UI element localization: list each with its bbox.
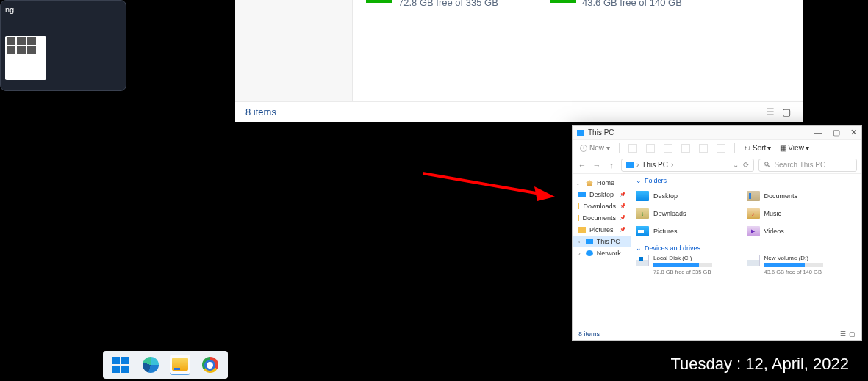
chevron-right-icon: ›: [671, 161, 673, 169]
sidebar-item-downloads[interactable]: Downloads 📌: [573, 200, 631, 212]
folder-pictures[interactable]: Pictures: [636, 222, 747, 240]
sidebar-item-network[interactable]: › Network: [573, 247, 631, 259]
taskbar-edge[interactable]: [140, 355, 161, 375]
chevron-right-icon: ›: [578, 239, 581, 245]
toolbar: + New ▾ ↑↓ Sort ▾ ▦ View ▾ ⋯: [573, 140, 861, 156]
sidebar-item-label: This PC: [597, 238, 620, 245]
sidebar: ⌄ Home Desktop 📌 Downloads 📌 Documents 📌: [573, 174, 631, 327]
pictures-icon: [636, 226, 649, 236]
taskview-preview: [5, 36, 46, 80]
address-bar-row: ← → ↑ › This PC › ⌄ ⟳ 🔍︎ Search This PC: [573, 156, 861, 174]
folder-music[interactable]: Music: [747, 205, 858, 222]
edge-icon: [143, 357, 159, 373]
drive-icon: [747, 255, 760, 266]
drive-icon: [366, 0, 392, 3]
music-icon: [747, 208, 760, 219]
group-header-drives[interactable]: ⌄ Devices and drives: [636, 244, 857, 252]
drive-free-text: 72.8 GB free of 335 GB: [653, 269, 712, 275]
plus-icon: +: [580, 145, 587, 152]
window-close-button[interactable]: ✕: [850, 128, 857, 137]
window-minimize-button[interactable]: —: [814, 128, 822, 137]
copy-icon[interactable]: [646, 144, 655, 153]
drive-item[interactable]: 43.6 GB free of 140 GB: [550, 0, 685, 8]
search-input[interactable]: 🔍︎ Search This PC: [758, 159, 857, 172]
chevron-down-icon: ⌄: [636, 177, 642, 184]
explorer-window-large: 72.8 GB free of 335 GB 43.6 GB free of 1…: [235, 0, 803, 122]
explorer-window: This PC — ▢ ✕ + New ▾ ↑↓ Sort ▾ ▦ View ▾…: [572, 125, 862, 341]
chevron-down-icon[interactable]: ⌄: [733, 161, 739, 169]
taskbar-chrome[interactable]: [200, 355, 220, 375]
address-bar[interactable]: › This PC › ⌄ ⟳: [621, 159, 754, 172]
nav-back-button[interactable]: ←: [577, 161, 587, 170]
chevron-right-icon: ›: [636, 161, 639, 169]
chevron-down-icon: ▾: [606, 144, 610, 152]
sidebar-item-label: Documents: [582, 214, 616, 222]
this-pc-icon: [586, 239, 593, 244]
sidebar-item-home[interactable]: ⌄ Home: [573, 177, 631, 189]
chevron-down-icon: ⌄: [636, 244, 642, 252]
view-large-toggle[interactable]: ▢: [849, 330, 856, 338]
svg-line-0: [423, 173, 540, 194]
more-button[interactable]: ⋯: [818, 144, 825, 152]
nav-up-button[interactable]: ↑: [606, 161, 617, 170]
folder-videos[interactable]: Videos: [747, 222, 858, 240]
share-icon[interactable]: [699, 144, 708, 153]
refresh-icon[interactable]: ⟳: [743, 161, 749, 169]
folder-label: Downloads: [653, 210, 686, 217]
status-bar: 8 items ☰ ▢: [573, 327, 861, 340]
drive-free-text: 43.6 GB free of 140 GB: [582, 0, 685, 8]
address-location: This PC: [642, 161, 668, 169]
window-title: This PC: [588, 128, 614, 137]
network-icon: [586, 250, 593, 256]
window-titlebar[interactable]: This PC — ▢ ✕: [573, 126, 861, 140]
folder-label: Pictures: [653, 228, 678, 235]
sidebar-item-label: Desktop: [589, 191, 614, 198]
view-details-toggle[interactable]: ☰: [840, 330, 846, 338]
sidebar-item-documents[interactable]: Documents 📌: [573, 212, 631, 224]
documents-icon: [747, 191, 760, 201]
taskview-thumbnail[interactable]: ng: [0, 0, 126, 91]
explorer-large-sidebar: [235, 0, 353, 101]
window-maximize-button[interactable]: ▢: [833, 128, 840, 137]
folder-desktop[interactable]: Desktop: [636, 187, 747, 205]
taskbar-file-explorer[interactable]: [170, 355, 190, 375]
pin-icon: 📌: [620, 203, 626, 209]
taskbar: [103, 351, 228, 379]
drive-local-c[interactable]: Local Disk (C:) 72.8 GB free of 335 GB: [636, 255, 747, 275]
drive-item[interactable]: 72.8 GB free of 335 GB: [366, 0, 501, 8]
sidebar-item-this-pc[interactable]: › This PC: [573, 236, 631, 247]
new-button[interactable]: + New ▾: [580, 144, 610, 152]
drive-icon: [550, 0, 576, 3]
paste-icon[interactable]: [664, 144, 672, 153]
delete-icon[interactable]: [717, 144, 725, 153]
nav-forward-button[interactable]: →: [592, 161, 602, 170]
group-header-folders[interactable]: ⌄ Folders: [636, 177, 857, 184]
sidebar-item-pictures[interactable]: Pictures 📌: [573, 224, 631, 236]
downloads-icon: [578, 203, 579, 209]
folder-documents[interactable]: Documents: [747, 187, 858, 205]
drive-new-volume-d[interactable]: New Volume (D:) 43.6 GB free of 140 GB: [747, 255, 858, 275]
view-button[interactable]: ▦ View ▾: [780, 144, 809, 152]
chevron-down-icon: ⌄: [575, 180, 581, 186]
chevron-right-icon: ›: [578, 250, 581, 257]
drive-free-text: 43.6 GB free of 140 GB: [764, 269, 823, 275]
rename-icon[interactable]: [681, 144, 690, 153]
pin-icon: 📌: [620, 227, 626, 233]
cut-icon[interactable]: [628, 144, 637, 153]
folder-downloads[interactable]: Downloads: [636, 205, 747, 222]
drive-free-text: 72.8 GB free of 335 GB: [398, 0, 501, 8]
sidebar-item-label: Downloads: [583, 203, 616, 210]
main-content: ⌄ Folders Desktop Documents Downloads Mu…: [631, 174, 861, 327]
sidebar-item-desktop[interactable]: Desktop 📌: [573, 189, 631, 200]
sidebar-item-label: Network: [597, 250, 621, 257]
annotation-arrow: [423, 172, 555, 201]
downloads-icon: [636, 208, 649, 219]
this-pc-icon: [577, 130, 584, 136]
desktop-icon: [636, 191, 649, 201]
view-details-toggle[interactable]: ☰: [764, 106, 776, 118]
view-large-toggle[interactable]: ▢: [781, 106, 792, 118]
sort-button[interactable]: ↑↓ Sort ▾: [744, 144, 771, 152]
start-button[interactable]: [110, 355, 131, 375]
folder-label: Desktop: [653, 192, 678, 200]
file-explorer-icon: [172, 358, 188, 371]
